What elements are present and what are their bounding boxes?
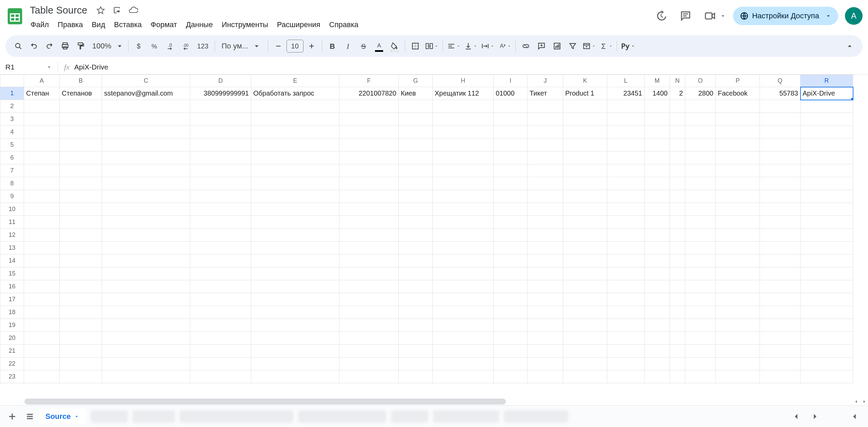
cell[interactable] xyxy=(251,139,339,151)
rotate-button[interactable]: A xyxy=(496,39,513,54)
cell[interactable] xyxy=(339,306,399,319)
cell[interactable] xyxy=(528,319,563,332)
share-button[interactable]: Настройки Доступа xyxy=(733,7,838,25)
cell[interactable] xyxy=(433,267,494,280)
cell[interactable] xyxy=(528,113,563,126)
cell[interactable] xyxy=(102,319,190,332)
cell[interactable] xyxy=(494,216,528,229)
cell[interactable] xyxy=(760,345,801,358)
cell[interactable] xyxy=(102,190,190,203)
meet-chevron-icon[interactable] xyxy=(719,13,726,19)
cell[interactable] xyxy=(760,113,801,126)
cell[interactable] xyxy=(190,177,251,190)
cell[interactable] xyxy=(190,280,251,293)
font-size-input[interactable]: 10 xyxy=(287,40,303,53)
cell[interactable] xyxy=(670,177,685,190)
cell[interactable] xyxy=(494,345,528,358)
sheet-tab-inactive[interactable] xyxy=(91,410,128,423)
add-sheet-button[interactable] xyxy=(4,408,20,425)
cell[interactable] xyxy=(399,370,433,383)
cell[interactable] xyxy=(339,229,399,242)
column-header[interactable]: P xyxy=(716,75,760,87)
cell[interactable] xyxy=(716,345,760,358)
menu-item[interactable]: Вид xyxy=(87,18,109,31)
cell[interactable] xyxy=(685,164,716,177)
cell[interactable] xyxy=(716,358,760,370)
menu-item[interactable]: Справка xyxy=(325,18,362,31)
cell[interactable] xyxy=(645,332,670,345)
cell[interactable] xyxy=(760,358,801,370)
menu-item[interactable]: Вставка xyxy=(110,18,146,31)
cell[interactable] xyxy=(24,319,60,332)
spreadsheet-grid[interactable]: ABCDEFGHIJKLMNOPQR 1СтепанСтепановsstepa… xyxy=(0,75,853,383)
cell[interactable] xyxy=(24,345,60,358)
cell[interactable] xyxy=(60,126,102,139)
cell[interactable] xyxy=(670,293,685,306)
cell[interactable] xyxy=(607,190,645,203)
cell[interactable] xyxy=(60,319,102,332)
cell[interactable]: 01000 xyxy=(494,87,528,100)
cell[interactable] xyxy=(670,358,685,370)
cell[interactable] xyxy=(716,242,760,255)
cell[interactable] xyxy=(433,216,494,229)
column-header[interactable]: Q xyxy=(760,75,801,87)
cell[interactable] xyxy=(24,216,60,229)
cell[interactable] xyxy=(399,203,433,216)
cell[interactable] xyxy=(433,306,494,319)
cell[interactable]: Facebook xyxy=(716,87,760,100)
cell[interactable] xyxy=(399,358,433,370)
cell[interactable] xyxy=(670,280,685,293)
cell[interactable] xyxy=(716,332,760,345)
cell[interactable] xyxy=(760,306,801,319)
cell[interactable] xyxy=(433,370,494,383)
cell[interactable] xyxy=(339,151,399,164)
cell[interactable] xyxy=(251,216,339,229)
row-header[interactable]: 21 xyxy=(0,345,24,358)
cell[interactable] xyxy=(60,267,102,280)
cell[interactable] xyxy=(528,216,563,229)
cell[interactable] xyxy=(801,164,853,177)
cell[interactable] xyxy=(528,242,563,255)
cell[interactable] xyxy=(339,100,399,113)
cell[interactable] xyxy=(339,164,399,177)
cell[interactable] xyxy=(670,126,685,139)
cell[interactable] xyxy=(251,203,339,216)
cell[interactable] xyxy=(190,242,251,255)
cell[interactable] xyxy=(670,267,685,280)
cell[interactable] xyxy=(563,203,607,216)
cell[interactable] xyxy=(670,113,685,126)
cell[interactable]: Степанов xyxy=(60,87,102,100)
column-header[interactable]: A xyxy=(24,75,60,87)
tab-scroll-left[interactable] xyxy=(790,410,802,423)
cell[interactable] xyxy=(563,293,607,306)
grid-area[interactable]: ABCDEFGHIJKLMNOPQR 1СтепанСтепановsstepa… xyxy=(0,75,868,405)
h-scrollbar[interactable] xyxy=(24,399,854,405)
cell[interactable] xyxy=(760,216,801,229)
cell[interactable] xyxy=(607,358,645,370)
cell[interactable] xyxy=(645,113,670,126)
borders-button[interactable] xyxy=(408,39,423,54)
cell[interactable] xyxy=(24,139,60,151)
cell[interactable] xyxy=(760,126,801,139)
cell[interactable] xyxy=(645,358,670,370)
cell[interactable] xyxy=(760,229,801,242)
cell[interactable] xyxy=(563,126,607,139)
cell[interactable] xyxy=(60,100,102,113)
cell[interactable] xyxy=(607,370,645,383)
currency-button[interactable]: $ xyxy=(131,39,146,54)
cell[interactable] xyxy=(801,203,853,216)
cell[interactable] xyxy=(399,164,433,177)
column-header[interactable]: K xyxy=(563,75,607,87)
cell[interactable]: ApiX-Drive xyxy=(801,87,853,100)
history-icon[interactable] xyxy=(652,7,670,25)
cell[interactable] xyxy=(433,177,494,190)
cell[interactable]: 2800 xyxy=(685,87,716,100)
cell[interactable] xyxy=(494,229,528,242)
cell[interactable] xyxy=(190,229,251,242)
menu-item[interactable]: Инструменты xyxy=(218,18,272,31)
cell[interactable] xyxy=(670,229,685,242)
cell[interactable] xyxy=(60,358,102,370)
cell[interactable] xyxy=(563,267,607,280)
cell[interactable] xyxy=(801,332,853,345)
cell[interactable] xyxy=(760,319,801,332)
